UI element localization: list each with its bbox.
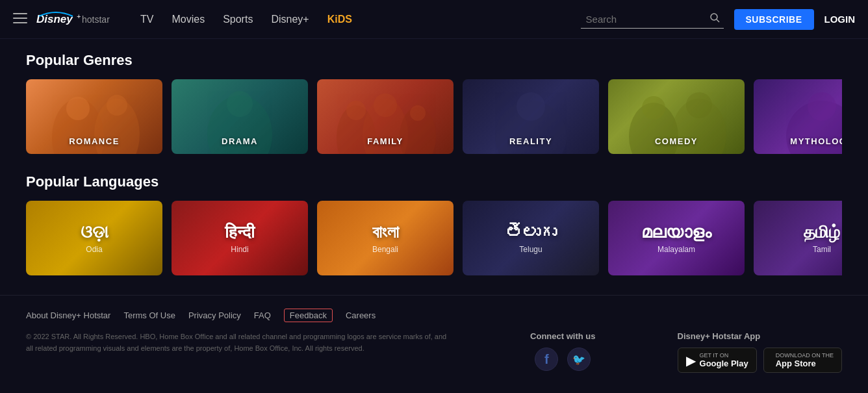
site-logo[interactable]: Disney + hotstar bbox=[36, 7, 121, 32]
svg-point-27 bbox=[808, 92, 836, 121]
genres-section: Popular Genres ROMANCE DRAMA bbox=[26, 52, 842, 154]
genre-card-family[interactable]: FAMILY bbox=[317, 79, 453, 154]
lang-name-malayalam: Malayalam bbox=[657, 245, 695, 254]
genre-label-comedy: COMEDY bbox=[608, 136, 745, 146]
google-play-button[interactable]: ▶ GET IT ON Google Play bbox=[678, 348, 757, 373]
svg-point-21 bbox=[517, 92, 545, 121]
google-play-sub: GET IT ON bbox=[700, 352, 748, 359]
nav-disney-plus[interactable]: Disney+ bbox=[271, 14, 309, 25]
lang-card-malayalam[interactable]: മലയാളം Malayalam bbox=[608, 201, 745, 275]
footer-careers[interactable]: Careers bbox=[346, 311, 376, 320]
app-store-button[interactable]: Download on the App Store bbox=[763, 348, 842, 373]
genre-card-romance[interactable]: ROMANCE bbox=[26, 79, 162, 154]
nav-right: SUBSCRIBE LOGIN bbox=[581, 9, 855, 30]
svg-text:hotstar: hotstar bbox=[82, 14, 110, 25]
footer-terms[interactable]: Terms Of Use bbox=[123, 311, 175, 320]
genre-card-drama[interactable]: DRAMA bbox=[172, 79, 308, 154]
svg-point-17 bbox=[346, 101, 366, 120]
lang-name-bengali: Bengali bbox=[372, 245, 398, 254]
app-title: Disney+ Hotstar App bbox=[678, 331, 842, 341]
app-store-name: App Store bbox=[776, 359, 834, 368]
svg-text:+: + bbox=[77, 12, 81, 20]
google-play-icon: ▶ bbox=[686, 353, 696, 368]
lang-card-hindi[interactable]: हिन्दी Hindi bbox=[172, 201, 308, 275]
svg-rect-0 bbox=[13, 13, 27, 14]
footer-faq[interactable]: FAQ bbox=[254, 311, 271, 320]
main-content: Popular Genres ROMANCE DRAMA bbox=[0, 39, 868, 275]
social-icons: f 🐦 bbox=[535, 348, 591, 371]
lang-card-bengali[interactable]: বাংলা Bengali bbox=[317, 201, 453, 275]
lang-name-telugu: Telugu bbox=[519, 245, 542, 254]
svg-point-18 bbox=[374, 94, 397, 117]
svg-point-13 bbox=[227, 91, 253, 117]
lang-script-odia: ଓଡ଼ା bbox=[81, 222, 108, 242]
nav-tv[interactable]: TV bbox=[140, 14, 153, 25]
app-buttons: ▶ GET IT ON Google Play Download on the … bbox=[678, 348, 842, 373]
lang-card-telugu[interactable]: తెలుగు Telugu bbox=[463, 201, 599, 275]
genre-label-romance: ROMANCE bbox=[26, 136, 162, 146]
genres-cards-row: ROMANCE DRAMA FAMILY bbox=[26, 79, 842, 154]
genre-label-reality: REALITY bbox=[463, 136, 599, 146]
languages-section: Popular Languages ଓଡ଼ା Odia हिन्दी Hindi… bbox=[26, 173, 842, 275]
google-play-name: Google Play bbox=[700, 359, 748, 368]
lang-script-telugu: తెలుగు bbox=[505, 222, 556, 242]
search-bar[interactable] bbox=[581, 10, 724, 29]
genre-card-mythology[interactable]: MYTHOLOGY bbox=[754, 79, 842, 154]
genres-title: Popular Genres bbox=[26, 52, 842, 69]
subscribe-button[interactable]: SUBSCRIBE bbox=[734, 9, 814, 30]
hamburger-menu[interactable] bbox=[13, 12, 27, 27]
nav-movies[interactable]: Movies bbox=[172, 14, 205, 25]
search-icon bbox=[709, 12, 720, 25]
lang-card-tamil[interactable]: தமிழ் Tamil bbox=[754, 201, 842, 275]
footer-connect: Connect with us f 🐦 bbox=[530, 331, 595, 371]
svg-point-10 bbox=[66, 97, 90, 120]
lang-name-tamil: Tamil bbox=[813, 245, 831, 254]
svg-point-19 bbox=[410, 105, 426, 121]
facebook-icon[interactable]: f bbox=[535, 348, 558, 371]
lang-name-odia: Odia bbox=[86, 245, 102, 254]
nav-links: TV Movies Sports Disney+ KiDS bbox=[140, 14, 581, 25]
footer-bottom: © 2022 STAR. All Rights Reserved. HBO, H… bbox=[26, 331, 842, 373]
footer-app: Disney+ Hotstar App ▶ GET IT ON Google P… bbox=[678, 331, 842, 373]
lang-name-hindi: Hindi bbox=[231, 245, 248, 254]
footer-links: About Disney+ Hotstar Terms Of Use Priva… bbox=[26, 309, 842, 322]
footer-about[interactable]: About Disney+ Hotstar bbox=[26, 311, 110, 320]
app-store-text: Download on the App Store bbox=[776, 352, 834, 368]
languages-title: Popular Languages bbox=[26, 173, 842, 190]
footer: About Disney+ Hotstar Terms Of Use Priva… bbox=[0, 295, 868, 386]
svg-point-11 bbox=[107, 95, 127, 116]
lang-card-odia[interactable]: ଓଡ଼ା Odia bbox=[26, 201, 162, 275]
footer-feedback[interactable]: Feedback bbox=[284, 309, 333, 322]
languages-cards-row: ଓଡ଼ା Odia हिन्दी Hindi বাংলা Bengali తెల… bbox=[26, 201, 842, 275]
search-input[interactable] bbox=[586, 14, 709, 25]
genre-card-comedy[interactable]: COMEDY bbox=[608, 79, 745, 154]
nav-sports[interactable]: Sports bbox=[223, 14, 253, 25]
twitter-icon[interactable]: 🐦 bbox=[567, 348, 591, 371]
nav-kids[interactable]: KiDS bbox=[327, 14, 352, 25]
login-button[interactable]: LOGIN bbox=[824, 14, 856, 25]
svg-rect-1 bbox=[13, 18, 27, 19]
genre-card-reality[interactable]: REALITY bbox=[463, 79, 599, 154]
copyright-text: © 2022 STAR. All Rights Reserved. HBO, H… bbox=[26, 331, 448, 354]
svg-rect-2 bbox=[13, 22, 27, 23]
svg-point-25 bbox=[686, 92, 712, 118]
svg-point-6 bbox=[711, 14, 717, 20]
svg-point-24 bbox=[642, 96, 665, 120]
app-store-sub: Download on the bbox=[776, 352, 834, 359]
connect-title: Connect with us bbox=[530, 331, 595, 341]
navbar: Disney + hotstar TV Movies Sports Disney… bbox=[0, 0, 868, 39]
lang-script-bengali: বাংলা bbox=[372, 222, 399, 242]
lang-script-malayalam: മലയാളം bbox=[641, 222, 711, 242]
genre-label-drama: DRAMA bbox=[172, 136, 308, 146]
genre-label-mythology: MYTHOLOGY bbox=[754, 136, 842, 146]
lang-script-hindi: हिन्दी bbox=[225, 222, 255, 242]
svg-line-7 bbox=[717, 19, 719, 22]
footer-privacy[interactable]: Privacy Policy bbox=[188, 311, 241, 320]
google-play-text: GET IT ON Google Play bbox=[700, 352, 748, 368]
lang-script-tamil: தமிழ் bbox=[804, 222, 840, 242]
genre-label-family: FAMILY bbox=[317, 136, 453, 146]
